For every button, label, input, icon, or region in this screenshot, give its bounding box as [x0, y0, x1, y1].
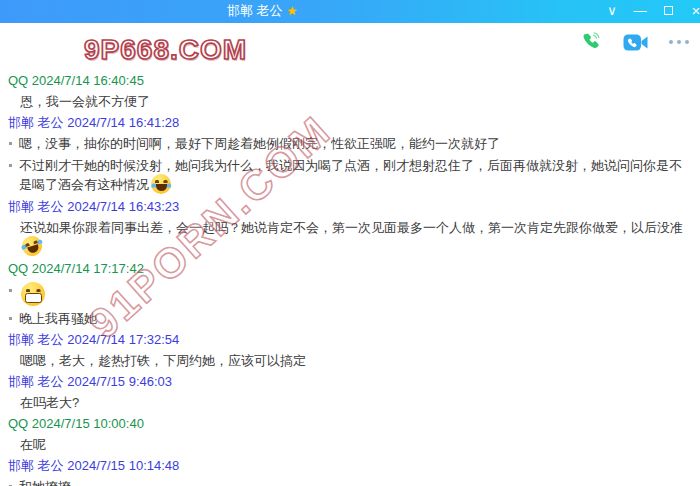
star-badge-icon: ★ [287, 4, 298, 18]
titlebar: 邯郸 老公★ ∨ — × [0, 0, 700, 23]
message-row: 不过刚才干她的时候没射，她问我为什么，我说因为喝了点酒，刚才想射忍住了，后面再做… [8, 157, 692, 194]
message-timestamp: QQ 2024/7/14 17:17:42 [8, 261, 692, 277]
message-text: 恩，我一会就不方便了 [20, 94, 150, 109]
chat-list: QQ 2024/7/14 16:40:45恩，我一会就不方便了邯郸 老公 202… [8, 73, 692, 486]
message-text: 嗯嗯，老大，趁热打铁，下周约她，应该可以搞定 [20, 353, 306, 368]
message-row: 和她撩撩 [8, 478, 692, 486]
voice-call-button[interactable] [578, 31, 604, 53]
message-text: 不过刚才干她的时候没射，她问我为什么，我说因为喝了点酒，刚才想射忍住了，后面再做… [19, 158, 682, 192]
window-controls: ∨ — × [598, 0, 700, 23]
grin-emoji-icon [21, 282, 45, 306]
message-bullet [9, 142, 12, 145]
message-text: 在呢 [20, 437, 46, 452]
message-timestamp: 邯郸 老公 2024/7/14 16:41:28 [8, 115, 692, 131]
message-text: 嗯，没事，抽你的时间啊，最好下周趁着她例假刚完，性欲正强呢，能约一次就好了 [19, 136, 500, 151]
message-text: 晚上我再骚她 [19, 311, 97, 326]
message-text: 和她撩撩 [19, 479, 71, 486]
message-bullet [9, 289, 12, 292]
window-title: 邯郸 老公★ [227, 0, 297, 23]
message-row [8, 282, 692, 306]
maximize-icon [664, 6, 673, 15]
joy-emoji-icon [151, 174, 171, 194]
message-timestamp: QQ 2024/7/14 16:40:45 [8, 73, 692, 89]
message-row: 还说如果你跟着同事出差，会一起吗？她说肯定不会，第一次见面最多一个人做，第一次肯… [8, 219, 692, 256]
more-options-button[interactable] [666, 31, 692, 53]
message-row: 恩，我一会就不方便了 [8, 93, 692, 110]
message-row: 在呢 [8, 436, 692, 453]
chat-area[interactable]: QQ 2024/7/14 16:40:45恩，我一会就不方便了邯郸 老公 202… [0, 67, 700, 486]
chat-window: 邯郸 老公★ ∨ — × [0, 0, 700, 486]
rofl-emoji-icon [19, 233, 44, 258]
call-toolbar [578, 31, 692, 53]
video-camera-icon [623, 33, 648, 52]
message-timestamp: 邯郸 老公 2024/7/15 10:14:48 [8, 458, 692, 474]
message-row: 嗯嗯，老大，趁热打铁，下周约她，应该可以搞定 [8, 352, 692, 369]
message-bullet [9, 164, 12, 167]
chevron-down-icon[interactable]: ∨ [598, 0, 626, 23]
message-timestamp: 邯郸 老公 2024/7/15 9:46:03 [8, 374, 692, 390]
chat-header [0, 23, 700, 67]
minimize-button[interactable]: — [626, 0, 654, 23]
message-text: 还说如果你跟着同事出差，会一起吗？她说肯定不会，第一次见面最多一个人做，第一次肯… [20, 220, 683, 235]
close-button[interactable]: × [682, 0, 700, 23]
message-timestamp: 邯郸 老公 2024/7/14 17:32:54 [8, 332, 692, 348]
window-title-text: 邯郸 老公 [227, 3, 283, 18]
message-text: 在吗老大? [20, 395, 79, 410]
message-bullet [9, 317, 12, 320]
message-timestamp: QQ 2024/7/15 10:00:40 [8, 416, 692, 432]
message-timestamp: 邯郸 老公 2024/7/14 16:43:23 [8, 199, 692, 215]
message-row: 嗯，没事，抽你的时间啊，最好下周趁着她例假刚完，性欲正强呢，能约一次就好了 [8, 135, 692, 152]
ellipsis-icon [669, 40, 689, 44]
message-row: 晚上我再骚她 [8, 310, 692, 327]
video-call-button[interactable] [622, 31, 648, 53]
maximize-button[interactable] [654, 0, 682, 23]
message-row: 在吗老大? [8, 394, 692, 411]
phone-icon [580, 31, 602, 53]
